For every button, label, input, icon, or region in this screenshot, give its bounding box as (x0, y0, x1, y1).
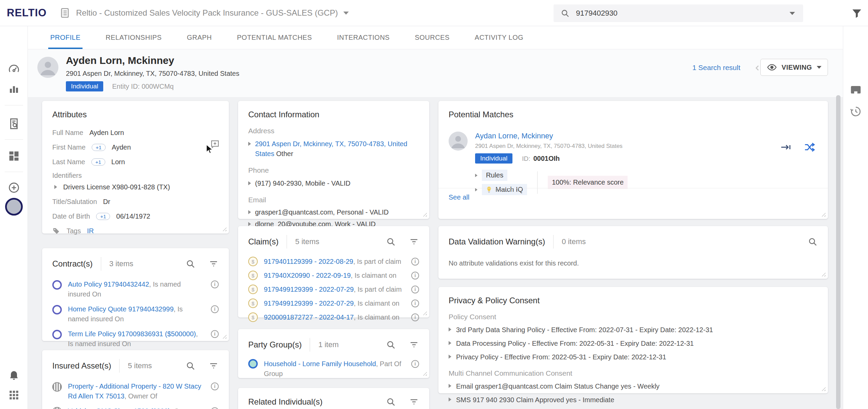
search-result-link[interactable]: 1 Search result (692, 64, 740, 72)
tab-relationships[interactable]: RELATIONSHIPS (106, 26, 162, 49)
info-icon[interactable] (211, 330, 219, 338)
tag-icon (52, 227, 60, 235)
search-document-icon[interactable] (7, 117, 20, 130)
expand-chevron-icon[interactable] (248, 181, 251, 185)
header-divider (310, 338, 310, 352)
info-icon[interactable] (411, 272, 419, 279)
card-filter-icon[interactable] (209, 259, 219, 269)
viewing-mode-button[interactable]: VIEWING (760, 59, 828, 76)
expand-chevron-icon[interactable] (54, 185, 57, 189)
tab-profile[interactable]: PROFILE (50, 26, 80, 49)
resize-grip[interactable] (422, 212, 427, 217)
match-id-label: ID: (522, 155, 530, 162)
page-scrollbar[interactable] (836, 95, 840, 409)
tab-interactions[interactable]: INTERACTIONS (337, 26, 390, 49)
resize-grip[interactable] (422, 311, 427, 315)
expand-chevron-icon[interactable] (449, 355, 451, 359)
contract-link[interactable]: Home Policy Quote 917940432999 (68, 305, 174, 313)
reltio-logo[interactable]: RELTIO (7, 7, 52, 19)
not-a-match-icon[interactable] (780, 141, 792, 153)
match-name-link[interactable]: Aydan Lorne, Mckinney (475, 132, 628, 140)
history-icon[interactable] (849, 105, 862, 118)
more-values-chip[interactable]: +1 (91, 158, 105, 166)
contract-link[interactable]: Term Life Policy 917009836931 ($500000) (68, 330, 196, 338)
expand-chevron-icon[interactable] (248, 222, 251, 226)
resize-grip[interactable] (222, 334, 227, 339)
card-search-icon[interactable] (808, 237, 818, 247)
rules-expander[interactable]: Rules (475, 170, 527, 181)
card-search-icon[interactable] (386, 397, 396, 407)
more-values-chip[interactable]: +1 (92, 144, 106, 151)
apps-grid-icon[interactable] (8, 389, 20, 401)
resize-grip[interactable] (222, 227, 227, 231)
expand-chevron-icon[interactable] (449, 397, 451, 402)
tab-activity-log[interactable]: ACTIVITY LOG (475, 26, 523, 49)
party-group-link[interactable]: Household - Lorne Family Household (264, 360, 376, 368)
identifier-value[interactable]: Drivers License X980-091-828 (TX) (63, 183, 170, 191)
card-search-icon[interactable] (386, 340, 396, 350)
expand-chevron-icon[interactable] (449, 327, 451, 331)
phone-value[interactable]: (917) 940-2930, Mobile - VALID (255, 178, 350, 188)
info-icon[interactable] (411, 360, 419, 368)
tab-potential-matches[interactable]: POTENTIAL MATCHES (237, 26, 312, 49)
card-filter-icon[interactable] (409, 340, 419, 350)
info-icon[interactable] (411, 313, 419, 321)
expand-chevron-icon[interactable] (248, 210, 251, 214)
consent-text: Data Processing Policy - Effective From:… (456, 339, 694, 348)
info-icon[interactable] (411, 300, 419, 307)
notifications-bell-icon[interactable] (8, 370, 20, 382)
more-values-chip[interactable]: +1 (96, 213, 110, 220)
card-filter-icon[interactable] (209, 361, 219, 371)
resize-grip[interactable] (821, 387, 826, 391)
tag-value-link[interactable]: IR (87, 227, 94, 235)
resize-grip[interactable] (422, 371, 427, 376)
info-icon[interactable] (211, 407, 219, 409)
claim-link[interactable]: 9179401129399 - 2022-08-29 (264, 258, 353, 265)
entity-type-badge: Individual (66, 81, 103, 91)
claim-link[interactable]: 917940X20990 - 2022-09-19 (264, 272, 351, 279)
contract-link[interactable]: Auto Policy 917940432442 (68, 280, 149, 288)
card-search-icon[interactable] (386, 237, 396, 247)
section-label: Policy Consent (449, 313, 818, 321)
info-icon[interactable] (211, 280, 219, 288)
add-circle-icon[interactable] (7, 181, 20, 194)
info-icon[interactable] (211, 305, 219, 313)
claim-link[interactable]: 9179499129399 - 2022-07-29 (264, 300, 354, 307)
match-type-badge: Individual (475, 153, 512, 164)
expand-chevron-icon[interactable] (449, 341, 451, 345)
card-search-icon[interactable] (185, 259, 196, 269)
analytics-bar-chart-icon[interactable] (8, 83, 20, 95)
side-panel-icon[interactable] (849, 83, 862, 96)
card-filter-icon[interactable] (409, 397, 419, 407)
dashboard-gauge-icon[interactable] (7, 62, 20, 75)
resize-grip[interactable] (821, 272, 826, 276)
resize-grip[interactable] (821, 212, 826, 217)
claim-link[interactable]: 9179499129399 - 2022-07-29 (264, 286, 354, 293)
tab-sources[interactable]: SOURCES (415, 26, 449, 49)
card-search-icon[interactable] (185, 361, 196, 371)
match-id-value: 0001OIh (533, 155, 560, 162)
search-input[interactable] (575, 8, 790, 18)
see-all-link[interactable]: See all (449, 193, 469, 201)
expand-chevron-icon[interactable] (248, 142, 251, 146)
expand-chevron-icon[interactable] (449, 384, 451, 388)
info-icon[interactable] (411, 286, 419, 293)
tenant-selector[interactable]: Reltio - Customized Sales Velocity Pack … (59, 7, 349, 19)
left-sidebar: G (0, 26, 28, 409)
email-value[interactable]: grasper1@quantcast.com, Personal - VALID (255, 207, 388, 217)
eye-icon (767, 62, 777, 72)
card-filter-icon[interactable] (409, 237, 419, 247)
asset-link[interactable]: Vehicle - GMC Sierra 1500 (2000) (68, 407, 170, 409)
merge-shuffle-icon[interactable] (803, 141, 816, 153)
dashboard-grid-icon[interactable] (8, 150, 20, 162)
global-search[interactable] (554, 4, 803, 22)
communication-consent-row: SMS 917 940 2930 Claim Approved yes - Im… (449, 395, 818, 405)
user-avatar[interactable] (5, 198, 23, 216)
info-icon[interactable] (211, 382, 219, 390)
advanced-filter-icon[interactable] (851, 7, 863, 19)
tab-graph[interactable]: GRAPH (187, 26, 212, 49)
search-dropdown-caret-icon[interactable] (790, 12, 795, 15)
contract-row: Auto Policy 917940432442, Is named insur… (52, 279, 219, 299)
info-icon[interactable] (411, 258, 419, 266)
claim-link[interactable]: 9200091872727 - 2022-04-17 (264, 313, 354, 321)
